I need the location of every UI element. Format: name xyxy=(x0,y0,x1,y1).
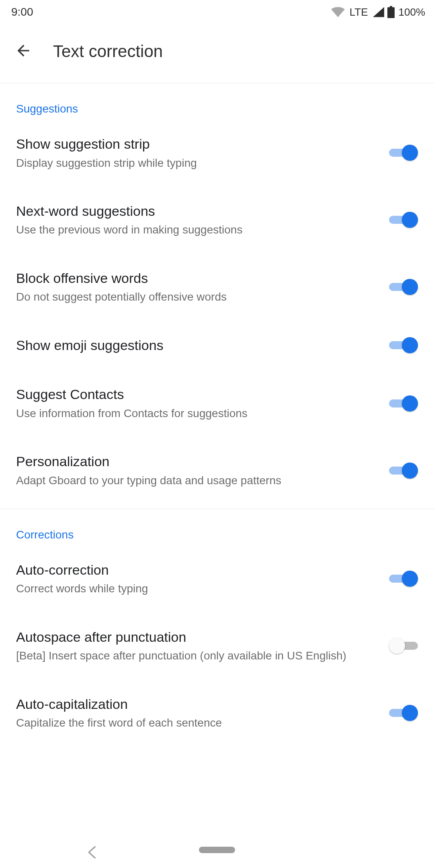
toggle-block-offensive-words[interactable] xyxy=(389,279,418,295)
toggle-next-word-suggestions[interactable] xyxy=(389,212,418,228)
status-icons: LTE 100% xyxy=(331,6,425,18)
item-title: Next-word suggestions xyxy=(16,203,377,220)
nav-back-icon[interactable] xyxy=(88,846,97,860)
item-subtitle: Correct words while typing xyxy=(16,581,377,596)
item-title: Block offensive words xyxy=(16,270,377,287)
battery-icon xyxy=(387,6,395,18)
back-button[interactable] xyxy=(12,40,35,63)
svg-rect-1 xyxy=(390,6,392,8)
item-title: Show suggestion strip xyxy=(16,135,377,153)
arrow-back-icon xyxy=(14,42,32,61)
app-bar: Text correction xyxy=(0,24,434,83)
item-title: Personalization xyxy=(16,453,377,470)
system-nav-bar xyxy=(0,832,434,868)
item-subtitle: Capitalize the first word of each senten… xyxy=(16,716,377,730)
settings-list[interactable]: Suggestions Show suggestion strip Displa… xyxy=(0,83,434,832)
item-show-emoji-suggestions[interactable]: Show emoji suggestions xyxy=(0,321,434,370)
item-autospace-after-punctuation[interactable]: Autospace after punctuation [Beta] Inser… xyxy=(0,612,434,680)
nav-home-pill[interactable] xyxy=(199,847,235,853)
status-bar: 9:00 LTE 100% xyxy=(0,0,434,24)
item-block-offensive-words[interactable]: Block offensive words Do not suggest pot… xyxy=(0,254,434,321)
toggle-auto-correction[interactable] xyxy=(389,571,418,587)
item-suggest-contacts[interactable]: Suggest Contacts Use information from Co… xyxy=(0,370,434,437)
item-title: Show emoji suggestions xyxy=(16,337,377,354)
item-title: Auto-correction xyxy=(16,561,377,579)
item-title: Auto-capitalization xyxy=(16,696,377,713)
toggle-show-suggestion-strip[interactable] xyxy=(389,145,418,161)
battery-percent: 100% xyxy=(399,6,426,18)
toggle-suggest-contacts[interactable] xyxy=(389,395,418,411)
item-personalization[interactable]: Personalization Adapt Gboard to your typ… xyxy=(0,437,434,504)
item-title: Autospace after punctuation xyxy=(16,628,377,646)
network-label: LTE xyxy=(350,6,368,18)
item-title: Suggest Contacts xyxy=(16,386,377,403)
signal-icon xyxy=(373,7,384,17)
toggle-autospace-after-punctuation[interactable] xyxy=(389,638,418,654)
item-show-suggestion-strip[interactable]: Show suggestion strip Display suggestion… xyxy=(0,119,434,186)
item-subtitle: Display suggestion strip while typing xyxy=(16,156,377,170)
item-subtitle: Use the previous word in making suggesti… xyxy=(16,223,377,237)
page-title: Text correction xyxy=(53,42,163,61)
toggle-personalization[interactable] xyxy=(389,463,418,479)
svg-rect-0 xyxy=(387,7,395,18)
item-next-word-suggestions[interactable]: Next-word suggestions Use the previous w… xyxy=(0,186,434,254)
item-subtitle: [Beta] Insert space after punctuation (o… xyxy=(16,649,377,663)
status-time: 9:00 xyxy=(11,6,33,18)
wifi-icon xyxy=(331,7,345,17)
item-auto-correction[interactable]: Auto-correction Correct words while typi… xyxy=(0,545,434,612)
item-auto-capitalization[interactable]: Auto-capitalization Capitalize the first… xyxy=(0,680,434,747)
section-suggestions: Suggestions xyxy=(0,83,434,119)
item-subtitle: Adapt Gboard to your typing data and usa… xyxy=(16,473,377,488)
section-corrections: Corrections xyxy=(0,509,434,545)
item-subtitle: Do not suggest potentially offensive wor… xyxy=(16,290,377,304)
item-subtitle: Use information from Contacts for sugges… xyxy=(16,406,377,421)
toggle-show-emoji-suggestions[interactable] xyxy=(389,337,418,353)
toggle-auto-capitalization[interactable] xyxy=(389,705,418,721)
